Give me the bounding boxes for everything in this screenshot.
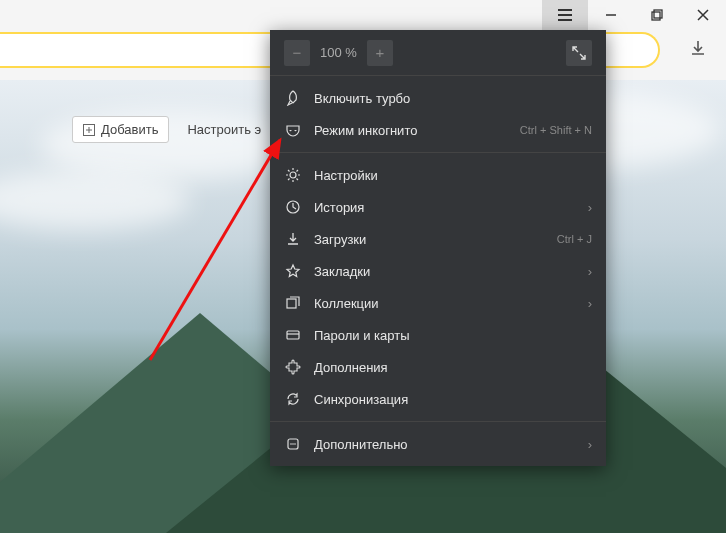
menu-item-more[interactable]: Дополнительно › bbox=[270, 428, 606, 460]
menu-label: Пароли и карты bbox=[314, 328, 592, 343]
menu-item-sync[interactable]: Синхронизация bbox=[270, 383, 606, 415]
chevron-right-icon: › bbox=[588, 296, 592, 311]
star-icon bbox=[284, 263, 302, 279]
add-button-label: Добавить bbox=[101, 122, 158, 137]
menu-label: Закладки bbox=[314, 264, 576, 279]
menu-item-downloads[interactable]: Загрузки Ctrl + J bbox=[270, 223, 606, 255]
zoom-out-button[interactable]: − bbox=[284, 40, 310, 66]
window-controls bbox=[542, 0, 726, 30]
menu-item-history[interactable]: История › bbox=[270, 191, 606, 223]
downloads-toolbar-button[interactable] bbox=[690, 40, 706, 56]
svg-rect-6 bbox=[287, 331, 299, 339]
chevron-right-icon: › bbox=[588, 437, 592, 452]
fullscreen-icon bbox=[572, 46, 586, 60]
menu-item-addons[interactable]: Дополнения bbox=[270, 351, 606, 383]
menu-item-settings[interactable]: Настройки bbox=[270, 159, 606, 191]
menu-label: Режим инкогнито bbox=[314, 123, 508, 138]
svg-rect-5 bbox=[287, 299, 296, 308]
menu-label: Коллекции bbox=[314, 296, 576, 311]
rocket-icon bbox=[284, 90, 302, 106]
minimize-button[interactable] bbox=[588, 0, 634, 30]
close-button[interactable] bbox=[680, 0, 726, 30]
main-menu: − 100 % + Включить турбо Режим инкогнито… bbox=[270, 30, 606, 466]
plus-icon: + bbox=[375, 44, 384, 61]
menu-label: Дополнения bbox=[314, 360, 592, 375]
clock-icon bbox=[284, 199, 302, 215]
zoom-row: − 100 % + bbox=[270, 30, 606, 76]
menu-item-passwords[interactable]: Пароли и карты bbox=[270, 319, 606, 351]
menu-label: Загрузки bbox=[314, 232, 545, 247]
menu-item-bookmarks[interactable]: Закладки › bbox=[270, 255, 606, 287]
menu-item-turbo[interactable]: Включить турбо bbox=[270, 82, 606, 114]
minus-icon: − bbox=[293, 44, 302, 61]
svg-point-3 bbox=[290, 172, 296, 178]
gear-icon bbox=[284, 167, 302, 183]
svg-rect-0 bbox=[652, 12, 660, 20]
maximize-button[interactable] bbox=[634, 0, 680, 30]
menu-item-incognito[interactable]: Режим инкогнито Ctrl + Shift + N bbox=[270, 114, 606, 146]
svg-point-8 bbox=[290, 443, 292, 445]
collections-icon bbox=[284, 295, 302, 311]
svg-rect-1 bbox=[654, 10, 662, 18]
chevron-right-icon: › bbox=[588, 200, 592, 215]
menu-shortcut: Ctrl + J bbox=[557, 233, 592, 245]
plus-box-icon bbox=[83, 124, 95, 136]
hamburger-icon bbox=[558, 9, 572, 21]
zoom-in-button[interactable]: + bbox=[367, 40, 393, 66]
new-tab-toolbar: Добавить Настроить э bbox=[72, 116, 261, 143]
download-icon bbox=[690, 40, 706, 56]
mask-icon bbox=[284, 122, 302, 138]
maximize-icon bbox=[651, 9, 663, 21]
customize-link[interactable]: Настроить э bbox=[187, 122, 261, 137]
svg-point-10 bbox=[294, 443, 296, 445]
download-icon bbox=[284, 231, 302, 247]
menu-item-collections[interactable]: Коллекции › bbox=[270, 287, 606, 319]
add-button[interactable]: Добавить bbox=[72, 116, 169, 143]
puzzle-icon bbox=[284, 359, 302, 375]
menu-label: Включить турбо bbox=[314, 91, 592, 106]
sync-icon bbox=[284, 391, 302, 407]
menu-label: История bbox=[314, 200, 576, 215]
menu-shortcut: Ctrl + Shift + N bbox=[520, 124, 592, 136]
fullscreen-button[interactable] bbox=[566, 40, 592, 66]
menu-label: Настройки bbox=[314, 168, 592, 183]
svg-point-9 bbox=[292, 443, 294, 445]
menu-label: Синхронизация bbox=[314, 392, 592, 407]
menu-button[interactable] bbox=[542, 0, 588, 30]
menu-label: Дополнительно bbox=[314, 437, 576, 452]
zoom-value: 100 % bbox=[320, 45, 357, 60]
minimize-icon bbox=[605, 9, 617, 21]
close-icon bbox=[697, 9, 709, 21]
chevron-right-icon: › bbox=[588, 264, 592, 279]
card-icon bbox=[284, 327, 302, 343]
more-icon bbox=[284, 436, 302, 452]
